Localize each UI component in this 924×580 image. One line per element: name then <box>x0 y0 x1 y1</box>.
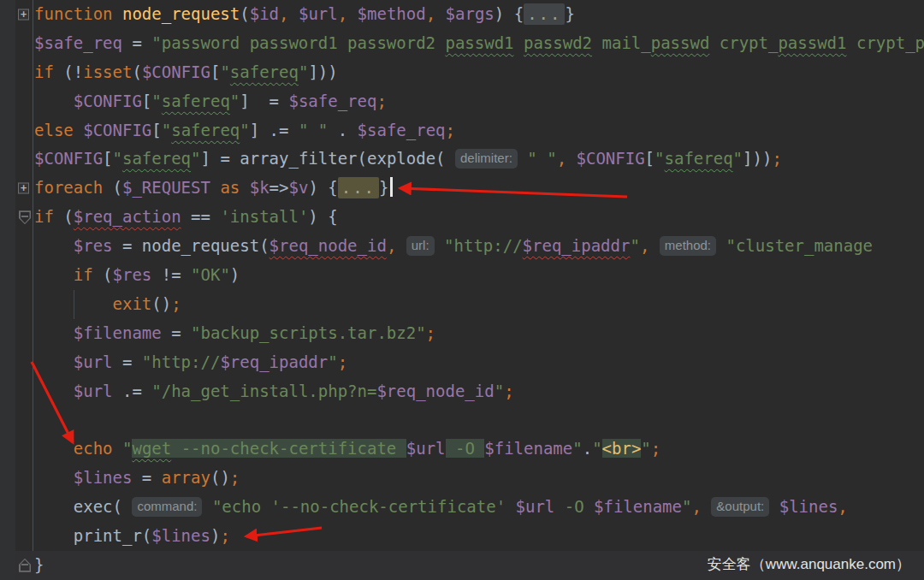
parameter-hint: &output: <box>711 497 769 517</box>
code-token: safereq <box>230 62 299 81</box>
code-token: if <box>34 62 54 81</box>
code-line[interactable]: $filename = "backup_scripts.tar.bz2"; <box>0 319 924 348</box>
code-token: ( <box>103 178 122 197</box>
fold-expanded-icon[interactable] <box>19 559 31 572</box>
code-line[interactable]: $url = "http://$req_ipaddr"; <box>0 348 924 377</box>
code-line[interactable]: exit(); <box>0 290 924 319</box>
code-token: "http:// <box>444 236 523 255</box>
fold-collapsed-icon[interactable] <box>18 183 29 194</box>
code-token: passwd2 <box>524 33 592 52</box>
code-token <box>113 439 122 458</box>
code-token <box>288 4 298 23</box>
code-text: $url = "http://$req_ipaddr"; <box>34 352 347 371</box>
code-token: $req_ipaddr <box>523 236 631 255</box>
code-token: , <box>426 4 435 23</box>
code-line[interactable]: $lines = array(); <box>0 464 924 493</box>
code-token: $lines <box>151 526 210 545</box>
code-line[interactable]: else $CONFIG["safereq"] .= " " . $safe_r… <box>0 116 924 145</box>
code-token: ] = <box>240 92 288 110</box>
code-line[interactable]: $res = node_request($req_node_id, url: "… <box>0 232 924 261</box>
code-token: " <box>299 62 308 81</box>
code-line[interactable]: $CONFIG["safereq"] = array_filter(explod… <box>0 145 924 174</box>
fold-collapsed-icon[interactable] <box>18 9 29 20</box>
code-line[interactable]: exec( command: "echo '--no-check-certifi… <box>0 493 924 522</box>
code-token: ; <box>230 468 240 487</box>
code-text: exit(); <box>34 294 181 313</box>
code-line[interactable] <box>0 405 924 435</box>
code-line[interactable]: print_r($lines); <box>0 522 924 551</box>
code-token <box>769 497 779 516</box>
code-token: crypt_passwd2 <box>847 33 924 52</box>
code-token: " <box>162 121 171 139</box>
code-token: ) <box>210 526 220 545</box>
code-token: = <box>162 323 191 342</box>
parameter-hint: delimiter: <box>455 149 518 169</box>
code-token: $url <box>74 382 113 400</box>
code-line[interactable]: if ($req_action == 'install') { <box>0 203 924 232</box>
code-token: ( <box>259 236 269 255</box>
code-token: $res <box>74 236 113 255</box>
code-line[interactable]: echo "wget --no-check-certificate $url -… <box>0 435 924 464</box>
code-line[interactable]: if ($res != "OK") <box>0 261 924 290</box>
code-text: $url .= "/ha_get_install.php?n=$req_node… <box>34 382 514 400</box>
code-line[interactable]: function node_request($id, $url, $method… <box>0 0 924 29</box>
code-token: $id <box>250 4 279 23</box>
code-token: <br> <box>602 439 642 458</box>
code-line[interactable]: $url .= "/ha_get_install.php?n=$req_node… <box>0 377 924 406</box>
code-token <box>34 352 74 371</box>
fold-expanded-icon[interactable] <box>19 210 31 224</box>
code-token: crypt_ <box>709 33 778 52</box>
code-text: print_r($lines); <box>34 526 230 545</box>
code-token: ( <box>54 207 74 226</box>
code-token: . <box>328 121 357 139</box>
code-token: } <box>34 555 44 574</box>
code-area[interactable]: function node_request($id, $url, $method… <box>0 0 924 580</box>
code-text: else $CONFIG["safereq"] .= " " . $safe_r… <box>34 121 455 139</box>
code-token: " <box>654 149 664 168</box>
code-token: ] .= <box>250 121 299 139</box>
code-token: print_r <box>74 526 142 545</box>
code-token: [ <box>103 149 112 168</box>
code-token: exec <box>74 497 113 516</box>
code-line[interactable]: foreach ($_REQUEST as $k=>$v) {...} <box>0 174 924 203</box>
code-line[interactable]: if (!isset($CONFIG["safereq"])) <box>0 58 924 87</box>
code-token: ... <box>524 3 565 25</box>
code-token: passwd1 <box>445 33 513 52</box>
code-token: , <box>387 236 396 255</box>
code-token: ... <box>338 177 379 198</box>
code-token: " <box>630 236 639 255</box>
code-token: " <box>113 149 122 168</box>
code-line[interactable]: $CONFIG["safereq"] = $safe_req; <box>0 87 924 116</box>
code-token: ; <box>504 382 513 400</box>
code-token: $url <box>299 4 338 23</box>
code-token: " " <box>299 121 328 139</box>
code-token <box>34 265 74 284</box>
code-token: , <box>557 149 566 168</box>
code-token: passwd <box>651 33 710 52</box>
code-token: $method <box>358 4 426 23</box>
code-token: foreach <box>34 178 103 197</box>
code-token: ])) <box>743 149 772 168</box>
code-token: array <box>162 468 210 487</box>
code-token <box>34 526 74 545</box>
code-token: , <box>640 236 649 255</box>
code-token: ( <box>358 149 367 168</box>
code-token: ; <box>446 121 455 139</box>
code-token: } <box>565 4 574 23</box>
code-line[interactable]: $safe_req = "password password1 password… <box>0 29 924 58</box>
code-token: safereq <box>162 92 230 110</box>
code-token: node_request <box>142 236 259 255</box>
code-token: -O <box>554 497 594 516</box>
code-token: $filename <box>484 439 572 458</box>
code-text: echo "wget --no-check-certificate $url -… <box>34 439 660 458</box>
code-token: " <box>328 352 337 371</box>
code-editor-window: function node_request($id, $url, $method… <box>0 0 924 580</box>
code-token: " <box>733 149 743 168</box>
code-token: "cluster_manage <box>726 236 873 255</box>
code-text: } <box>34 555 44 574</box>
code-token: " <box>682 497 691 516</box>
code-token <box>34 382 74 400</box>
code-token: ( <box>132 62 141 81</box>
code-text: $CONFIG["safereq"] = array_filter(explod… <box>34 149 782 168</box>
code-token: $req_ipaddr <box>220 352 328 371</box>
